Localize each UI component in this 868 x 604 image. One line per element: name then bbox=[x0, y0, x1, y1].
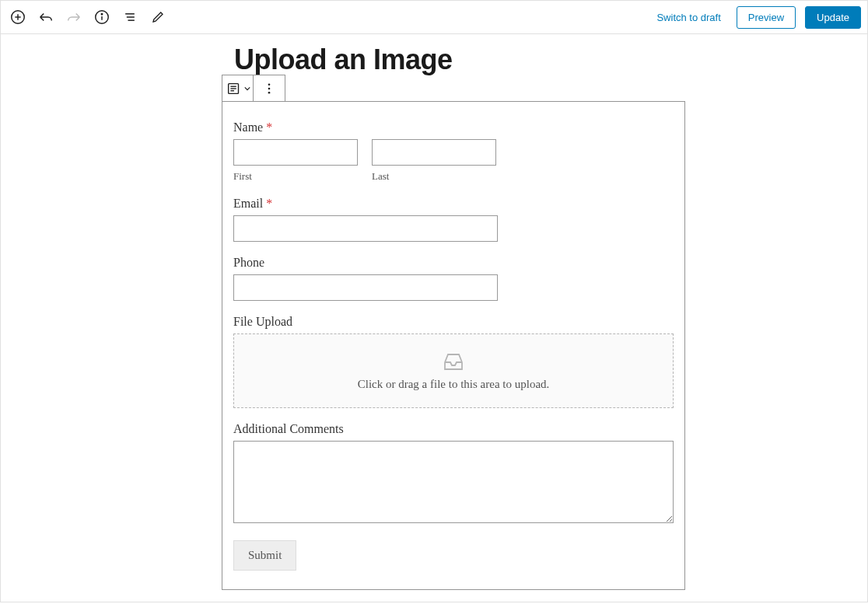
update-button[interactable]: Update bbox=[805, 6, 861, 29]
phone-input[interactable] bbox=[233, 274, 498, 301]
dropzone-text: Click or drag a file to this area to upl… bbox=[358, 378, 550, 391]
comments-textarea[interactable] bbox=[233, 441, 674, 523]
block-type-icon[interactable] bbox=[222, 75, 254, 101]
add-block-icon[interactable] bbox=[7, 6, 29, 28]
editor-content-area: Upload an Image Name * bbox=[0, 34, 868, 602]
last-name-input[interactable] bbox=[372, 139, 496, 166]
svg-point-13 bbox=[268, 83, 271, 86]
form-inner: Name * First Last Email * bbox=[222, 102, 684, 589]
svg-point-15 bbox=[268, 91, 271, 93]
last-name-col: Last bbox=[372, 139, 496, 183]
email-row: Email * bbox=[233, 197, 674, 242]
email-label-text: Email bbox=[233, 197, 263, 210]
file-upload-row: File Upload Click or drag a file to this… bbox=[233, 315, 674, 408]
inbox-icon bbox=[442, 351, 465, 372]
block-toolbar bbox=[222, 75, 285, 102]
required-asterisk: * bbox=[266, 197, 272, 210]
comments-row: Additional Comments bbox=[233, 422, 674, 526]
phone-label: Phone bbox=[233, 256, 674, 270]
undo-icon[interactable] bbox=[35, 6, 57, 28]
submit-button[interactable]: Submit bbox=[233, 540, 296, 571]
required-asterisk: * bbox=[266, 120, 272, 134]
switch-to-draft-link[interactable]: Switch to draft bbox=[656, 12, 720, 23]
last-name-sublabel: Last bbox=[372, 170, 496, 183]
name-label-text: Name bbox=[233, 120, 263, 134]
redo-icon bbox=[63, 6, 85, 28]
block-options-icon[interactable] bbox=[254, 75, 285, 101]
editor-toolbar: Switch to draft Preview Update bbox=[0, 0, 868, 34]
email-input[interactable] bbox=[233, 215, 498, 242]
form-block[interactable]: Name * First Last Email * bbox=[222, 101, 685, 590]
file-upload-label: File Upload bbox=[233, 315, 674, 329]
edit-icon[interactable] bbox=[147, 6, 169, 28]
name-row: Name * First Last bbox=[233, 120, 674, 183]
first-name-input[interactable] bbox=[233, 139, 358, 166]
list-view-icon[interactable] bbox=[119, 6, 141, 28]
comments-label: Additional Comments bbox=[233, 422, 674, 436]
toolbar-right: Switch to draft Preview Update bbox=[656, 6, 861, 29]
name-label: Name * bbox=[233, 120, 674, 134]
info-icon[interactable] bbox=[91, 6, 113, 28]
toolbar-left bbox=[7, 6, 169, 28]
first-name-sublabel: First bbox=[233, 170, 358, 183]
svg-point-5 bbox=[101, 14, 102, 15]
svg-point-14 bbox=[268, 87, 271, 89]
first-name-col: First bbox=[233, 139, 358, 183]
name-fields: First Last bbox=[233, 139, 674, 183]
preview-button[interactable]: Preview bbox=[737, 6, 796, 29]
email-label: Email * bbox=[233, 197, 674, 211]
page-title[interactable]: Upload an Image bbox=[234, 44, 867, 76]
phone-row: Phone bbox=[233, 256, 674, 301]
file-dropzone[interactable]: Click or drag a file to this area to upl… bbox=[233, 333, 674, 408]
